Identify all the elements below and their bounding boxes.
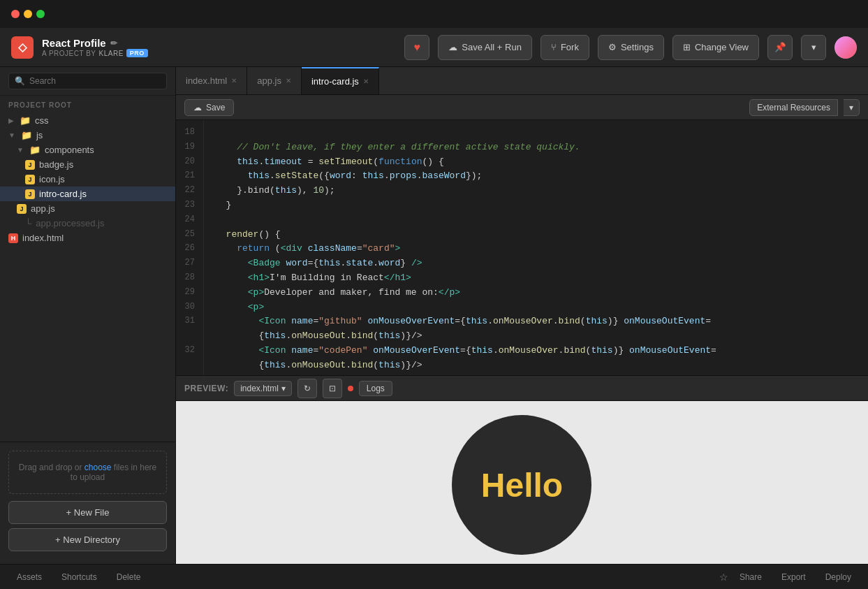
export-button[interactable]: Export [773,569,814,585]
heart-button[interactable]: ♥ [404,35,429,60]
chevron-down-icon: ▾ [281,384,286,393]
settings-button[interactable]: ⚙ Settings [598,35,664,60]
external-resources-chevron[interactable]: ▾ [844,99,860,116]
deploy-button[interactable]: Deploy [817,569,860,585]
preview-file-select[interactable]: index.html ▾ [234,381,292,396]
project-by: A PROJECT BY Klare PRO [42,49,148,57]
file-dot-icon: J [17,204,27,214]
editor-area: index.html ✕ app.js ✕ intro-card.js ✕ ☁ … [176,67,868,564]
tab-intro-card-js[interactable]: intro-card.js ✕ [302,67,379,94]
code-line: {this.onMouseOut.bind(this)}/> [215,358,857,373]
project-name: React Profile ✏ [42,37,148,49]
open-external-button[interactable]: ⊡ [323,379,342,398]
code-line: <p>Developer and maker, find me on:</p> [215,286,857,300]
sidebar-item-badge-js[interactable]: J badge.js [0,157,175,172]
sidebar-item-components[interactable]: ▼ 📁 components [0,143,175,157]
code-line: <Icon name="github" onMouseOverEvent={th… [215,314,857,329]
logs-button[interactable]: Logs [359,381,392,396]
fork-button[interactable]: ⑂ Fork [540,35,589,60]
file-name: app.processed.js [36,218,104,228]
save-button[interactable]: ☁ Save [184,99,234,116]
new-directory-button[interactable]: + New Directory [8,528,167,551]
sidebar-item-intro-card-js[interactable]: J intro-card.js [0,187,175,201]
shortcuts-tab[interactable]: Shortcuts [53,569,105,585]
file-dot-icon: J [25,189,35,199]
file-name: badge.js [39,159,73,170]
search-input[interactable] [29,76,161,86]
cloud-icon: ☁ [448,42,457,52]
pin-button[interactable]: 📌 [767,35,793,60]
tabs-bar: index.html ✕ app.js ✕ intro-card.js ✕ [176,67,868,95]
code-line: <h1>I'm Building in React</h1> [215,271,857,286]
code-line: <p> [215,300,857,315]
assets-tab[interactable]: Assets [8,569,50,585]
sidebar-item-app-processed-js[interactable]: └ app.processed.js [0,216,175,231]
save-all-run-button[interactable]: ☁ Save All + Run [438,35,532,60]
preview-label: PREVIEW: [184,384,228,393]
folder-name: js [36,130,43,140]
line-numbers: 18 19 20 21 22 23 24 25 26 27 28 29 30 3… [176,120,204,375]
close-button[interactable] [11,10,20,18]
sidebar-item-icon-js[interactable]: J icon.js [0,172,175,187]
sidebar-item-css[interactable]: ▶ 📁 css [0,113,175,128]
code-line: this.timeout = setTimeout(function() { [215,155,857,170]
change-view-button[interactable]: ⊞ Change View [672,35,759,60]
tab-app-js[interactable]: app.js ✕ [247,67,302,94]
close-tab-icon[interactable]: ✕ [286,77,291,85]
bottom-bar: Assets Shortcuts Delete ☆ Share Export D… [0,564,868,589]
new-file-button[interactable]: + New File [8,501,167,524]
code-line: this.setState({word: this.props.baseWord… [215,169,857,184]
refresh-button[interactable]: ↻ [297,379,317,398]
project-root-label: PROJECT ROOT [0,96,175,112]
sidebar-item-index-html[interactable]: H index.html [0,231,175,245]
choose-files-link[interactable]: choose [84,463,112,472]
code-line: <Icon name="codePen" onMouseOverEvent={t… [215,344,857,358]
expand-button[interactable]: ▾ [801,35,826,60]
code-line: render() { [215,228,857,242]
settings-icon: ⚙ [608,42,617,52]
fork-icon: ⑂ [551,42,557,52]
file-dot-icon: H [8,233,18,243]
star-icon[interactable]: ☆ [719,572,728,583]
external-resources-button[interactable]: External Resources [749,99,838,116]
header: ◇ React Profile ✏ A PROJECT BY Klare PRO… [0,28,868,67]
preview-inner: Hello I'm Building in [436,415,608,564]
code-line [215,126,857,140]
close-tab-icon[interactable]: ✕ [231,77,237,85]
code-line: // Don't leave, if they enter a differen… [215,140,857,155]
pro-badge: PRO [126,49,148,57]
folder-arrow-icon: ▼ [17,146,24,154]
folder-arrow-icon: ▼ [8,131,15,139]
sub-file-indicator: └ [25,218,31,228]
code-line: <Badge word={this.state.word} /> [215,256,857,271]
sidebar-item-js[interactable]: ▼ 📁 js [0,128,175,143]
maximize-button[interactable] [36,10,45,18]
file-name: index.html [22,233,64,243]
avatar [834,36,857,59]
edit-icon[interactable]: ✏ [110,38,117,48]
code-editor[interactable]: 18 19 20 21 22 23 24 25 26 27 28 29 30 3… [176,120,868,375]
tab-index-html[interactable]: index.html ✕ [176,67,247,94]
traffic-lights [11,10,45,18]
tab-label: intro-card.js [311,76,359,87]
title-bar [0,0,868,28]
search-bar[interactable]: 🔍 [8,73,167,89]
main-layout: 🔍 PROJECT ROOT ▶ 📁 css ▼ 📁 js ▼ 📁 com [0,67,868,564]
code-line: {this.onMouseOut.bind(this)}/> [215,329,857,344]
sidebar-item-app-js[interactable]: J app.js [0,201,175,216]
code-line: }.bind(this), 10); [215,184,857,198]
avatar-image [834,36,857,59]
code-content[interactable]: // Don't leave, if they enter a differen… [204,120,868,375]
minimize-button[interactable] [24,10,32,18]
hello-circle: Hello [452,415,591,555]
project-name-text: React Profile [42,37,106,49]
file-name: app.js [31,203,55,214]
close-tab-icon[interactable]: ✕ [363,78,369,85]
delete-tab[interactable]: Delete [108,569,149,585]
preview-content: Hello I'm Building in [176,401,868,564]
share-button[interactable]: Share [731,569,770,585]
folder-arrow-icon: ▶ [8,117,14,124]
code-line: } [215,198,857,213]
preview-area: PREVIEW: index.html ▾ ↻ ⊡ Logs Hello I'm… [176,375,868,564]
status-indicator [348,386,353,391]
